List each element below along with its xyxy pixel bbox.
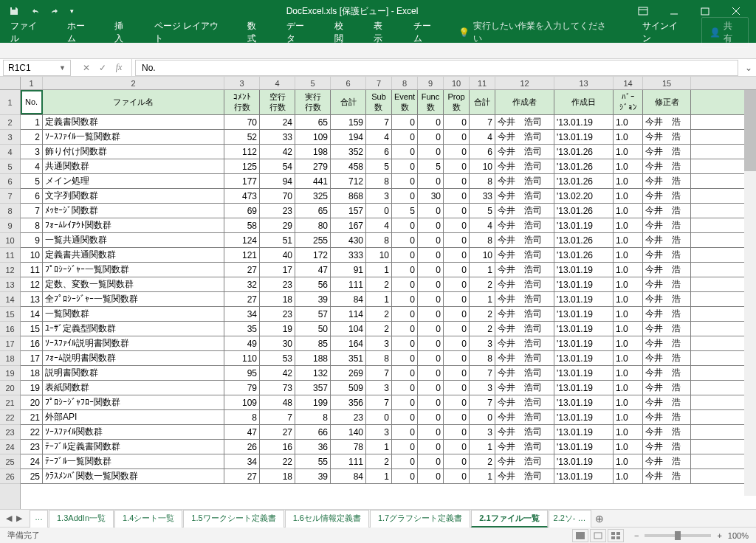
cell[interactable]: 3	[366, 381, 392, 395]
name-box[interactable]: R1C1 ▼	[3, 60, 71, 76]
cell[interactable]: ｿｰｽﾌｧｲﾙ説明書関数群	[43, 336, 224, 350]
cell[interactable]: 42	[260, 145, 295, 159]
tell-me-search[interactable]: 💡 実行したい作業を入力してください	[458, 20, 611, 45]
cell[interactable]: 1	[366, 292, 392, 306]
zoom-out-button[interactable]: −	[634, 531, 639, 540]
cell[interactable]: '13.01.19	[554, 292, 614, 306]
cell[interactable]: 0	[392, 233, 418, 247]
cell[interactable]: 0	[444, 277, 470, 291]
cell[interactable]: 0	[444, 469, 470, 483]
cell[interactable]: 今井 浩	[643, 204, 691, 218]
cell[interactable]: '13.01.19	[554, 454, 614, 468]
cell[interactable]: 48	[260, 395, 295, 409]
cell[interactable]: 47	[224, 425, 260, 439]
tab-scroll-left[interactable]: ◀	[6, 513, 12, 523]
cell[interactable]: 0	[366, 204, 392, 218]
cell[interactable]: 表紙関数群	[43, 381, 224, 395]
cell[interactable]: 3	[470, 381, 495, 395]
cell[interactable]: 33	[260, 130, 295, 144]
cell[interactable]: '13.01.26	[554, 159, 614, 173]
row-header[interactable]: 6	[0, 174, 20, 189]
cell[interactable]: 198	[295, 145, 331, 159]
row-header[interactable]: 13	[0, 277, 20, 292]
row-header[interactable]: 23	[0, 425, 20, 440]
cell[interactable]: 8	[470, 351, 495, 365]
cell[interactable]: 91	[331, 263, 366, 277]
cell[interactable]: 430	[331, 233, 366, 247]
cell[interactable]: 今井 浩司	[495, 381, 554, 395]
cell[interactable]: 2	[470, 307, 495, 321]
cell[interactable]: 36	[295, 440, 331, 454]
cell[interactable]: 22	[21, 425, 43, 439]
cell[interactable]: 共通関数群	[43, 159, 224, 173]
cell[interactable]: メイン処理	[43, 174, 224, 188]
cell[interactable]: 1	[470, 292, 495, 306]
cell[interactable]: ﾒｯｾｰｼﾞ関数群	[43, 204, 224, 218]
cell[interactable]: 0	[418, 263, 444, 277]
cell[interactable]: 1.0	[614, 248, 643, 262]
cell[interactable]: 57	[295, 307, 331, 321]
row-header[interactable]: 5	[0, 159, 20, 174]
cell[interactable]: '13.01.26	[554, 248, 614, 262]
cell[interactable]: '13.01.19	[554, 425, 614, 439]
cell[interactable]: 0	[392, 322, 418, 336]
cell[interactable]: 0	[444, 145, 470, 159]
cell[interactable]: 279	[295, 159, 331, 173]
cell[interactable]: 今井 浩	[643, 322, 691, 336]
cell[interactable]: 4	[470, 218, 495, 232]
cell[interactable]: 0	[418, 336, 444, 350]
sheet-tab[interactable]: 1.7グラフシート定義書	[370, 510, 470, 528]
sheet-tab[interactable]: …	[30, 510, 48, 528]
header-cell[interactable]: Event数	[392, 90, 418, 114]
cell[interactable]: 今井 浩司	[495, 336, 554, 350]
cell[interactable]: 0	[392, 174, 418, 188]
cell[interactable]: 0	[392, 277, 418, 291]
cell[interactable]: 全ﾌﾟﾛｼｰｼﾞｬｰ一覧関数群	[43, 292, 224, 306]
cell[interactable]: 33	[470, 189, 495, 203]
cell[interactable]: 今井 浩	[643, 381, 691, 395]
cell[interactable]: 69	[224, 204, 260, 218]
cell[interactable]: 0	[418, 204, 444, 218]
tab-file[interactable]: ファイル	[7, 16, 48, 49]
cell[interactable]: 8	[366, 233, 392, 247]
column-header[interactable]: 4	[260, 77, 295, 89]
cell[interactable]: 0	[392, 351, 418, 365]
cell[interactable]: 0	[444, 292, 470, 306]
cell[interactable]: 今井 浩	[643, 395, 691, 409]
cell[interactable]: 27	[224, 292, 260, 306]
cell[interactable]: 66	[295, 425, 331, 439]
cell[interactable]: 今井 浩	[643, 263, 691, 277]
cell[interactable]: 30	[418, 189, 444, 203]
cell[interactable]: 4	[21, 159, 43, 173]
sheet-tab[interactable]: 1.3AddIn一覧	[49, 510, 114, 528]
zoom-in-button[interactable]: +	[717, 531, 721, 540]
cell[interactable]: 0	[444, 189, 470, 203]
cell[interactable]: 0	[444, 440, 470, 454]
cell[interactable]: 51	[260, 233, 295, 247]
header-cell[interactable]: 空行行数	[260, 90, 295, 114]
header-cell[interactable]: ﾊﾞｰｼﾞｮﾝ	[614, 90, 643, 114]
row-header[interactable]: 15	[0, 307, 20, 322]
row-header[interactable]: 19	[0, 366, 20, 381]
cell[interactable]: 1.0	[614, 366, 643, 380]
cell[interactable]: 4	[366, 130, 392, 144]
cell[interactable]: 441	[295, 174, 331, 188]
cell[interactable]: 24	[21, 454, 43, 468]
cell[interactable]: '13.01.19	[554, 336, 614, 350]
cell[interactable]: 34	[224, 454, 260, 468]
cell[interactable]: 今井 浩	[643, 351, 691, 365]
cell[interactable]: 0	[392, 130, 418, 144]
cell[interactable]: 333	[331, 248, 366, 262]
cell[interactable]: 8	[224, 410, 260, 424]
cell[interactable]: 177	[224, 174, 260, 188]
cell[interactable]: 0	[392, 159, 418, 173]
cell[interactable]: '13.01.26	[554, 204, 614, 218]
column-header[interactable]: 9	[418, 77, 444, 89]
header-cell[interactable]: Func数	[418, 90, 444, 114]
cell[interactable]: 今井 浩司	[495, 366, 554, 380]
header-cell[interactable]: 実行行数	[295, 90, 331, 114]
cell[interactable]: 今井 浩	[643, 425, 691, 439]
cell[interactable]: 0	[444, 366, 470, 380]
header-cell[interactable]: Prop数	[444, 90, 470, 114]
column-header[interactable]: 12	[495, 77, 554, 89]
